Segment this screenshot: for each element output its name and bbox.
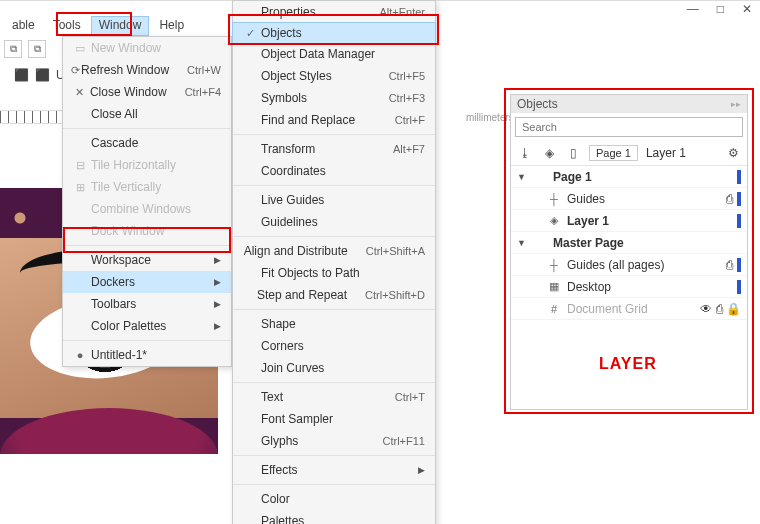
submenu-arrow-icon: ▶: [208, 255, 221, 265]
menu-item[interactable]: Object Data Manager: [233, 43, 435, 65]
menu-item[interactable]: Shape: [233, 313, 435, 335]
menu-item-label: Fit Objects to Path: [261, 266, 425, 280]
menu-item[interactable]: ✓ Objects: [232, 22, 436, 44]
tree-node[interactable]: # Document Grid 👁 ⎙ 🔒: [511, 298, 747, 320]
check-icon: ✓: [239, 27, 261, 40]
menu-item[interactable]: Close All: [63, 103, 231, 125]
panel-header: Objects ▸▸: [511, 95, 747, 113]
menu-item-label: Workspace: [91, 253, 208, 267]
menu-item[interactable]: Guidelines: [233, 211, 435, 233]
menu-item-icon: ⊞: [69, 181, 91, 194]
window-menu-dropdown: ▭ New Window ⟳ Refresh Window Ctrl+W ✕ C…: [62, 36, 232, 367]
toolbar-row: ⧉ ⧉: [4, 40, 46, 58]
menu-item[interactable]: Color Palettes ▶: [63, 315, 231, 337]
menu-item-label: Tile Vertically: [91, 180, 221, 194]
node-type-icon: ┼: [547, 259, 561, 271]
menu-help[interactable]: Help: [151, 16, 192, 36]
window-controls: — □ ✕: [687, 2, 752, 16]
toolbar-button[interactable]: ⧉: [4, 40, 22, 58]
menu-item[interactable]: Find and Replace Ctrl+F: [233, 109, 435, 131]
menu-item[interactable]: Effects ▶: [233, 459, 435, 481]
menu-item[interactable]: Text Ctrl+T: [233, 386, 435, 408]
layers-icon[interactable]: ◈: [541, 145, 557, 161]
menu-item-shortcut: Alt+F7: [375, 143, 425, 155]
gear-icon[interactable]: ⚙: [725, 145, 741, 161]
disclosure-icon[interactable]: ▼: [517, 172, 527, 182]
menu-window[interactable]: Window: [91, 16, 150, 36]
menu-item[interactable]: Coordinates: [233, 160, 435, 182]
objects-toolbar: ⭳ ◈ ▯ Page 1 Layer 1 ⚙: [511, 141, 747, 166]
node-label: Page 1: [553, 170, 731, 184]
node-type-icon: ▦: [547, 280, 561, 293]
menu-item-icon: ⟳: [69, 64, 81, 77]
node-indicators: 👁 ⎙ 🔒: [700, 302, 741, 316]
node-label: Document Grid: [567, 302, 694, 316]
panel-title: Objects: [517, 95, 558, 113]
page-icon[interactable]: ▯: [565, 145, 581, 161]
menu-item[interactable]: Live Guides: [233, 189, 435, 211]
panel-collapse-icon[interactable]: ▸▸: [731, 95, 741, 113]
menu-item[interactable]: Corners: [233, 335, 435, 357]
menu-item[interactable]: Join Curves: [233, 357, 435, 379]
menu-item-label: Close Window: [90, 85, 167, 99]
submenu-arrow-icon: ▶: [208, 299, 221, 309]
menu-table[interactable]: able: [4, 16, 43, 36]
menu-item-label: Palettes: [261, 514, 425, 524]
menu-item[interactable]: Transform Alt+F7: [233, 138, 435, 160]
ruler-units-hint: millimeters: [466, 112, 514, 123]
menu-item[interactable]: Workspace ▶: [63, 249, 231, 271]
menu-item[interactable]: Color: [233, 488, 435, 510]
menu-item-shortcut: Ctrl+F11: [365, 435, 426, 447]
node-label: Guides (all pages): [567, 258, 720, 272]
menu-item[interactable]: ✕ Close Window Ctrl+F4: [63, 81, 231, 103]
menu-item-label: Properties: [261, 5, 361, 19]
objects-search: [515, 117, 743, 137]
menu-item-label: Text: [261, 390, 377, 404]
menu-item[interactable]: Step and Repeat Ctrl+Shift+D: [233, 284, 435, 306]
menu-item[interactable]: Cascade: [63, 132, 231, 154]
menu-item-label: Shape: [261, 317, 425, 331]
menu-item-shortcut: Ctrl+Shift+D: [347, 289, 425, 301]
page-selector[interactable]: Page 1: [589, 145, 638, 161]
disclosure-icon[interactable]: ▼: [517, 238, 527, 248]
menu-item[interactable]: Align and Distribute Ctrl+Shift+A: [233, 240, 435, 262]
units-icon: ⬛: [14, 68, 29, 82]
menu-item[interactable]: Glyphs Ctrl+F11: [233, 430, 435, 452]
menu-item-shortcut: Ctrl+W: [169, 64, 221, 76]
menu-item[interactable]: Fit Objects to Path: [233, 262, 435, 284]
menu-item[interactable]: ● Untitled-1*: [63, 344, 231, 366]
menu-item: ⊞ Tile Vertically: [63, 176, 231, 198]
menu-item-icon: ▭: [69, 42, 91, 55]
import-icon[interactable]: ⭳: [517, 145, 533, 161]
close-window-button[interactable]: ✕: [742, 2, 752, 16]
toolbar-button[interactable]: ⧉: [28, 40, 46, 58]
minimize-button[interactable]: —: [687, 2, 699, 16]
menu-item-label: Transform: [261, 142, 375, 156]
menu-item[interactable]: Font Sampler: [233, 408, 435, 430]
menu-item-label: Tile Horizontally: [91, 158, 221, 172]
menu-item[interactable]: Palettes: [233, 510, 435, 524]
menu-item-label: Color Palettes: [91, 319, 208, 333]
search-input[interactable]: [515, 117, 743, 137]
tree-node[interactable]: ▼ Master Page: [511, 232, 747, 254]
tree-node[interactable]: ┼ Guides ⎙: [511, 188, 747, 210]
menu-item[interactable]: ⟳ Refresh Window Ctrl+W: [63, 59, 231, 81]
tree-node[interactable]: ▦ Desktop: [511, 276, 747, 298]
menu-item-label: Object Data Manager: [261, 47, 425, 61]
menu-item-label: Dockers: [91, 275, 208, 289]
menu-item-shortcut: Ctrl+T: [377, 391, 425, 403]
menu-item-label: Object Styles: [261, 69, 371, 83]
menu-item-label: Effects: [261, 463, 412, 477]
menu-item[interactable]: Object Styles Ctrl+F5: [233, 65, 435, 87]
node-type-icon: #: [547, 303, 561, 315]
maximize-button[interactable]: □: [717, 2, 724, 16]
menu-item[interactable]: Symbols Ctrl+F3: [233, 87, 435, 109]
tree-node[interactable]: ◈ Layer 1: [511, 210, 747, 232]
menu-tools[interactable]: Tools: [45, 16, 89, 36]
menu-item[interactable]: Dockers ▶: [63, 271, 231, 293]
tree-node[interactable]: ▼ Page 1: [511, 166, 747, 188]
menu-item-shortcut: Ctrl+F5: [371, 70, 425, 82]
tree-node[interactable]: ┼ Guides (all pages) ⎙: [511, 254, 747, 276]
menu-item[interactable]: Properties Alt+Enter: [233, 1, 435, 23]
menu-item[interactable]: Toolbars ▶: [63, 293, 231, 315]
